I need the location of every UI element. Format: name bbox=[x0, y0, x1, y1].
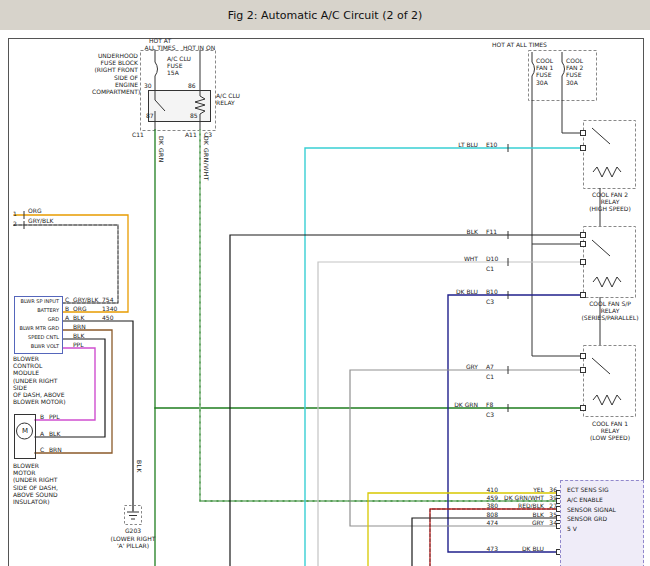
ac-clu-fuse-label: A/C CLU FUSE 15A bbox=[167, 55, 191, 77]
wire-label-dk-grn-f8: DK GRN bbox=[438, 401, 478, 408]
ground-wire-blk-label: BLK bbox=[136, 460, 143, 473]
blower-motor-caption: BLOWER MOTOR (UNDER RIGHT SIDE OF DASH, … bbox=[13, 462, 67, 505]
relay-pin-30: 30 bbox=[144, 82, 152, 89]
connector-ticks bbox=[24, 144, 508, 412]
module-wire-ppl: PPL bbox=[73, 341, 84, 348]
pcm-pin-39: 39 bbox=[546, 494, 557, 501]
module-term-battery: BATTERY bbox=[15, 307, 59, 313]
pcm-ckt-474: 474 bbox=[480, 519, 498, 526]
ground-caption: (LOWER RIGHT 'A' PILLAR) bbox=[100, 535, 166, 549]
left-pin-2: 2 bbox=[13, 220, 17, 227]
connector-c11-label: C11 bbox=[132, 131, 144, 138]
pcm-term-ac-enable: A/C ENABLE bbox=[567, 496, 603, 503]
wire-gry-blk bbox=[14, 225, 118, 303]
module-wire-blk: BLK bbox=[73, 314, 84, 321]
wire-gry-blk-stripe bbox=[14, 225, 118, 303]
module-pin-a: A bbox=[65, 314, 69, 321]
module-ckt-754: 754 bbox=[102, 296, 113, 303]
module-term-blwr-volt: BLWR VOLT bbox=[15, 343, 59, 349]
conn-c1-a7: C1 bbox=[486, 373, 494, 380]
cool-fan1-fuse-label: COOL FAN 1 FUSE 30A bbox=[536, 57, 553, 86]
module-ckt-450: 450 bbox=[102, 314, 113, 321]
hot-at-all-times-right-label: HOT AT ALL TIMES bbox=[492, 41, 547, 48]
module-pin-c: C bbox=[65, 296, 69, 303]
module-term-grd: GRD bbox=[15, 316, 59, 322]
pcm-ckt-808: 808 bbox=[480, 511, 498, 518]
left-pin-1: 1 bbox=[13, 210, 17, 217]
underhood-fuse-block-label: UNDERHOOD FUSE BLOCK (RIGHT FRONT SIDE O… bbox=[92, 52, 138, 95]
module-wire-gry-blk: GRY/BLK bbox=[73, 296, 99, 303]
blower-motor-symbol bbox=[15, 415, 36, 459]
wire-label-blk: BLK bbox=[438, 228, 478, 235]
module-term-blwr-mtr-grd: BLWR MTR GRD bbox=[15, 325, 59, 331]
module-pin-b: B bbox=[65, 305, 69, 312]
motor-pin-c: C bbox=[40, 446, 44, 453]
conn-c3-b10: C3 bbox=[486, 298, 494, 305]
wire-label-dk-grn-vertical: DK GRN bbox=[158, 136, 165, 163]
wire-label-gry: GRY bbox=[438, 363, 478, 370]
relay-pin-87: 87 bbox=[146, 112, 154, 119]
module-ckt-1340: 1340 bbox=[102, 305, 117, 312]
pcm-wire-dk-grn-wht: DK GRN/WHT bbox=[500, 494, 544, 501]
wiring-diagram-page: Fig 2: Automatic A/C Circuit (2 of 2) bbox=[0, 0, 650, 566]
wire-label-dk-blu: DK BLU bbox=[438, 288, 478, 295]
pin-f11: F11 bbox=[486, 228, 497, 235]
cool-fan1-relay-label: COOL FAN 1 RELAY (LOW SPEED) bbox=[581, 420, 639, 442]
pcm-wire-blk: BLK bbox=[500, 511, 544, 518]
hot-at-all-times-left-label: HOT AT ALL TIMES bbox=[140, 37, 180, 51]
pcm-ckt-410: 410 bbox=[480, 486, 498, 493]
connector-a11-label: A11 bbox=[185, 131, 197, 138]
pcm-wire-dk-blu: DK BLU bbox=[500, 545, 544, 552]
pcm-wire-red-blk: RED/BLK bbox=[500, 502, 544, 509]
pin-d10: D10 bbox=[486, 255, 498, 262]
pcm-ckt-459: 459 bbox=[480, 494, 498, 501]
wire-label-wht: WHT bbox=[438, 255, 478, 262]
pcm-ckt-473: 473 bbox=[480, 545, 498, 552]
pcm-pin-36: 36 bbox=[546, 486, 557, 493]
pcm-ckt-380: 380 bbox=[480, 502, 498, 509]
cool-fan2-fuse-label: COOL FAN 2 FUSE 30A bbox=[566, 57, 583, 86]
pin-e10: E10 bbox=[486, 141, 497, 148]
pcm-term-5v: 5 V bbox=[567, 525, 577, 532]
pin-a7: A7 bbox=[486, 363, 494, 370]
conn-c3-f8: C3 bbox=[486, 411, 494, 418]
ground-id-g203: G203 bbox=[122, 527, 144, 534]
pcm-wire-yel: YEL bbox=[500, 486, 544, 493]
pin-f8: F8 bbox=[486, 401, 493, 408]
module-term-blwr-sp-input: BLWR SP INPUT bbox=[15, 298, 59, 304]
pcm-term-ect-sens-sig: ECT SENS SIG bbox=[567, 486, 609, 493]
left-wire-org: ORG bbox=[28, 207, 42, 214]
pcm-pin-34: 34 bbox=[546, 519, 557, 526]
hot-in-on-label: HOT IN ON bbox=[183, 44, 215, 51]
pcm-pin-35: 35 bbox=[546, 511, 557, 518]
cool-fan2-relay-label: COOL FAN 2 RELAY (HIGH SPEED) bbox=[581, 191, 639, 213]
wire-dk-grn-wht bbox=[200, 130, 560, 501]
motor-pin-a: A bbox=[40, 430, 44, 437]
module-wire-org: ORG bbox=[73, 305, 87, 312]
blower-control-module-caption: BLOWER CONTROL MODULE (UNDER RIGHT SIDE … bbox=[13, 355, 67, 405]
module-term-speed-cntl: SPEED CNTL bbox=[15, 334, 59, 340]
ac-clu-relay-label: A/C CLU RELAY bbox=[216, 92, 240, 106]
module-wire-brn: BRN bbox=[73, 323, 86, 330]
motor-wire-ppl: PPL bbox=[49, 413, 60, 420]
pcm-pin-27: 27 bbox=[546, 502, 557, 509]
conn-c1-d10: C1 bbox=[486, 265, 494, 272]
wire-label-lt-blu: LT BLU bbox=[438, 141, 478, 148]
relay-pin-85: 85 bbox=[190, 112, 198, 119]
wire-label-dk-grn-wht-vertical: DK GRN/WHT bbox=[203, 136, 210, 181]
motor-pin-b: B bbox=[40, 413, 44, 420]
motor-wire-brn: BRN bbox=[49, 446, 62, 453]
left-wire-gry-blk: GRY/BLK bbox=[28, 217, 54, 224]
relay-pin-86: 86 bbox=[188, 82, 196, 89]
pcm-term-sensor-signal: SENSOR SIGNAL bbox=[567, 506, 616, 513]
wire-dk-grn-wht-stripe bbox=[200, 130, 560, 501]
module-wire-blk-speed: BLK bbox=[73, 332, 84, 339]
pcm-term-sensor-grd: SENSOR GRD bbox=[567, 515, 607, 522]
pin-b10: B10 bbox=[486, 288, 498, 295]
motor-wire-blk: BLK bbox=[49, 430, 60, 437]
pcm-wire-gry: GRY bbox=[500, 519, 544, 526]
cool-fan-sp-relay-label: COOL FAN S/P RELAY (SERIES/PARALLEL) bbox=[581, 300, 639, 322]
motor-m-symbol-label: M bbox=[22, 427, 28, 435]
wire-blk-450 bbox=[63, 321, 133, 511]
cool-fan-relays-symbols bbox=[581, 121, 636, 417]
